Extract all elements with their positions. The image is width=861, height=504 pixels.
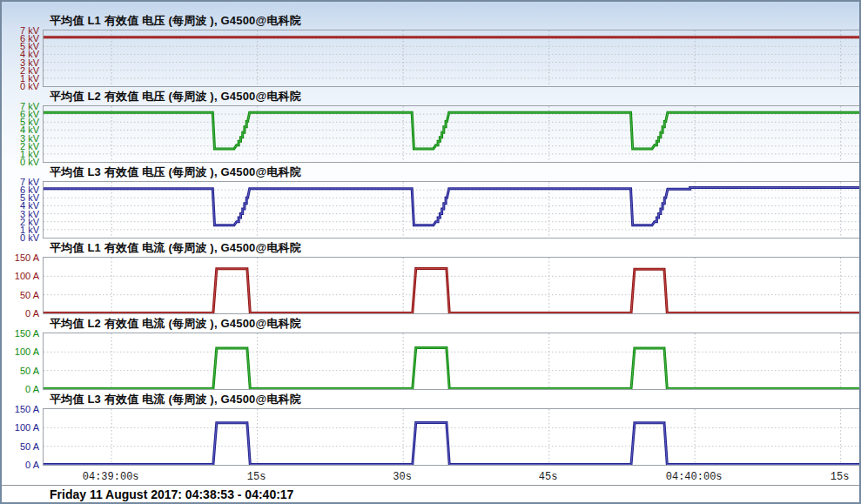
chart-title-l2-current: 平均值 L2 有效值 电流 (每周波 ), G4500@电科院 (50, 316, 301, 332)
waveform-svg-l3-current (44, 409, 860, 465)
waveform-viewer-window: 平均值 L1 有效值 电压 (每周波 ), G4500@电科院 7 kV6 kV… (0, 0, 861, 504)
waveform-svg-l1-current (44, 258, 860, 313)
waveform-svg-l3-voltage (44, 182, 860, 238)
chart-title-l1-current: 平均值 L1 有效值 电流 (每周波 ), G4500@电科院 (50, 240, 301, 256)
y-tick-label-l2-current: 100 A (2, 347, 39, 356)
chart-panel-l2-voltage: 平均值 L2 有效值 电压 (每周波 ), G4500@电科院 7 kV6 kV… (2, 88, 861, 164)
plot-l2-current[interactable] (43, 333, 861, 390)
y-tick-label-l3-current: 0 A (2, 460, 39, 469)
plot-l3-voltage[interactable] (43, 181, 861, 239)
y-tick-label-l1-current: 150 A (2, 253, 39, 262)
chart-panel-l2-current: 平均值 L2 有效值 电流 (每周波 ), G4500@电科院 150 A100… (2, 315, 861, 391)
chart-panel-l3-current: 平均值 L3 有效值 电流 (每周波 ), G4500@电科院 150 A100… (2, 391, 861, 467)
x-tick-label: 30s (350, 471, 454, 483)
status-bar: Friday 11 August 2017: 04:38:53 - 04:40:… (2, 485, 861, 503)
y-tick-label-l1-current: 50 A (2, 291, 39, 299)
x-tick-label: 04:40:00s (642, 471, 746, 483)
chart-panel-l1-voltage: 平均值 L1 有效值 电压 (每周波 ), G4500@电科院 7 kV6 kV… (2, 12, 861, 88)
chart-title-l3-voltage: 平均值 L3 有效值 电压 (每周波 ), G4500@电科院 (50, 165, 301, 180)
y-tick-label-l3-current: 100 A (2, 423, 39, 432)
y-tick-label-l2-current: 150 A (2, 329, 39, 338)
x-tick-label: 15s (205, 471, 309, 483)
y-tick-label-l3-current: 150 A (2, 405, 39, 413)
chart-panel-l1-current: 平均值 L1 有效值 电流 (每周波 ), G4500@电科院 150 A100… (2, 239, 861, 315)
x-tick-label: 04:39:00s (58, 471, 163, 483)
y-tick-label-l3-current: 50 A (2, 442, 39, 451)
chart-panel-l3-voltage: 平均值 L3 有效值 电压 (每周波 ), G4500@电科院 7 kV6 kV… (2, 164, 861, 239)
plot-l1-current[interactable] (43, 257, 861, 314)
chart-title-l1-voltage: 平均值 L1 有效值 电压 (每周波 ), G4500@电科院 (50, 13, 301, 29)
status-time-range: Friday 11 August 2017: 04:38:53 - 04:40:… (50, 487, 293, 501)
time-axis: 04:39:00s15s30s45s04:40:00s15s (2, 471, 861, 485)
y-tick-label-l1-current: 100 A (2, 272, 39, 280)
waveform-svg-l2-voltage (44, 106, 860, 162)
chart-title-l2-voltage: 平均值 L2 有效值 电压 (每周波 ), G4500@电科院 (50, 89, 301, 104)
x-tick-label: 15s (788, 471, 861, 483)
y-tick-label-l2-current: 50 A (2, 366, 39, 375)
x-tick-label: 45s (496, 471, 601, 483)
waveform-svg-l1-voltage (44, 30, 860, 86)
plot-l2-voltage[interactable] (43, 105, 861, 163)
plot-l3-current[interactable] (43, 408, 861, 466)
waveform-svg-l2-current (44, 333, 860, 389)
chart-title-l3-current: 平均值 L3 有效值 电流 (每周波 ), G4500@电科院 (50, 392, 301, 407)
plot-l1-voltage[interactable] (43, 30, 861, 87)
